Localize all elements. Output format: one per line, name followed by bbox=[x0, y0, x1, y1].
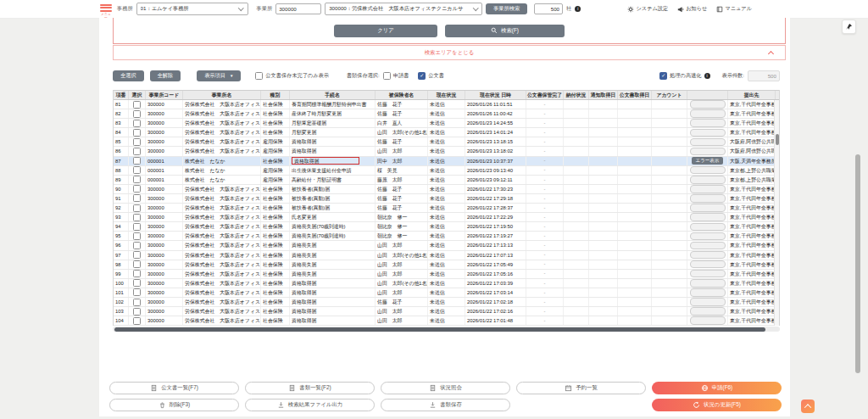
delete-button[interactable]: 削除(F3) bbox=[109, 399, 239, 411]
row-action-button[interactable] bbox=[690, 204, 726, 212]
table-row[interactable]: 81300000労保株式会社 大阪本店オフィステク社会保険養育期間標準報酬月額特… bbox=[114, 100, 779, 109]
row-checkbox[interactable] bbox=[133, 166, 141, 174]
row-checkbox[interactable] bbox=[133, 138, 141, 146]
table-row[interactable]: 93300000労保株式会社 大阪本店オフィステク社会保険氏名変更届朝比奈 修一… bbox=[114, 213, 779, 222]
row-checkbox[interactable] bbox=[133, 279, 141, 287]
scrollbar-thumb[interactable] bbox=[776, 134, 780, 145]
info-icon[interactable] bbox=[704, 73, 710, 79]
row-action-button[interactable] bbox=[690, 288, 726, 297]
establishment-select[interactable]: 300000：労保株式会社 大阪本店オフィステクニカルサ bbox=[325, 3, 482, 15]
row-action-button[interactable] bbox=[690, 298, 726, 306]
pin-button[interactable] bbox=[842, 20, 856, 34]
table-row[interactable]: 104300000労保株式会社 大阪本店オフィステク社会保険資格取得届山田 太郎… bbox=[114, 316, 779, 326]
export-search-results-button[interactable]: 検索結果ファイル出力 bbox=[245, 399, 375, 411]
row-action-button[interactable] bbox=[690, 138, 726, 147]
row-checkbox[interactable] bbox=[133, 288, 141, 296]
table-row[interactable]: 82300000労保株式会社 大阪本店オフィステク社会保険産休終了時月額変更届佐… bbox=[114, 109, 779, 119]
save-documents-button[interactable]: 書類保存 bbox=[381, 399, 510, 411]
row-action-button[interactable] bbox=[690, 307, 726, 316]
display-items-button[interactable]: 表示項目▼ bbox=[197, 70, 241, 81]
row-checkbox[interactable] bbox=[133, 204, 141, 212]
hamburger-menu-icon[interactable]: メニュー bbox=[100, 3, 112, 20]
table-row[interactable]: 100300000労保株式会社 大阪本店オフィステク社会保険資格取得届山田 太郎… bbox=[114, 279, 779, 288]
row-checkbox[interactable] bbox=[133, 308, 141, 316]
table-row[interactable]: 86300000労保株式会社 大阪本店オフィステク雇用保険資格取得届山田 太郎未… bbox=[114, 147, 779, 156]
document-list-button[interactable]: 書類一覧(F2) bbox=[245, 382, 375, 394]
table-row[interactable]: 96300000労保株式会社 大阪本店オフィステク社会保険資格喪失届山田 太郎未… bbox=[114, 241, 779, 250]
clear-button[interactable]: クリア bbox=[334, 25, 437, 37]
row-action-button[interactable] bbox=[690, 129, 726, 137]
search-button[interactable]: 検索(F) bbox=[445, 25, 565, 37]
row-checkbox[interactable] bbox=[133, 270, 141, 277]
row-checkbox[interactable] bbox=[133, 299, 141, 306]
table-row[interactable]: 88000001株式会社 たなか雇用保険出生後休業支援給付金申請桜 美見未送信2… bbox=[114, 166, 779, 176]
table-row[interactable]: 103300000労保株式会社 大阪本店オフィステク社会保険資格取得届山田 太郎… bbox=[114, 307, 779, 316]
row-checkbox[interactable] bbox=[133, 120, 141, 127]
row-action-button[interactable] bbox=[690, 251, 726, 260]
manual-link[interactable]: マニュアル bbox=[716, 5, 752, 13]
application-doc-checkbox[interactable] bbox=[383, 72, 391, 80]
row-action-button[interactable] bbox=[690, 109, 726, 118]
deselect-all-button[interactable]: 全解除 bbox=[150, 70, 181, 81]
row-checkbox[interactable] bbox=[133, 194, 141, 202]
office-select[interactable]: 01：エムケイ事務所 bbox=[136, 3, 248, 15]
error-display-button[interactable]: エラー表示 bbox=[692, 157, 724, 165]
row-action-button[interactable] bbox=[690, 148, 726, 156]
row-action-button[interactable] bbox=[690, 194, 726, 203]
establishment-search-button[interactable]: 事業所検索 bbox=[486, 3, 527, 14]
row-action-button[interactable] bbox=[690, 100, 726, 109]
display-count-input[interactable] bbox=[748, 70, 780, 81]
table-row[interactable]: 99300000労保株式会社 大阪本店オフィステク社会保険資格喪失届山田 太郎未… bbox=[114, 270, 779, 279]
reservation-list-button[interactable]: 予約一覧 bbox=[516, 382, 646, 394]
row-action-button[interactable] bbox=[690, 166, 726, 175]
row-action-button[interactable] bbox=[690, 260, 726, 269]
table-row[interactable]: 92300000労保株式会社 大阪本店オフィステク社会保険被扶養者(異動)届佐藤… bbox=[114, 204, 779, 213]
table-row[interactable]: 98300000労保株式会社 大阪本店オフィステク社会保険資格喪失届山田 太郎未… bbox=[114, 260, 779, 270]
row-action-button[interactable] bbox=[690, 242, 726, 250]
speedup-checkbox[interactable] bbox=[659, 72, 667, 80]
establishment-code-input[interactable] bbox=[275, 3, 321, 14]
scroll-to-top-button[interactable] bbox=[801, 399, 815, 413]
page-scrollbar-thumb[interactable] bbox=[855, 154, 860, 373]
unsaved-only-checkbox[interactable] bbox=[255, 72, 263, 80]
row-action-button[interactable] bbox=[690, 316, 726, 325]
row-checkbox[interactable] bbox=[133, 185, 141, 193]
table-row[interactable]: 85300000労保株式会社 大阪本店オフィステク雇用保険資格取得届佐藤 花子未… bbox=[114, 137, 779, 147]
row-action-button[interactable] bbox=[690, 213, 726, 221]
table-row[interactable]: 101300000労保株式会社 大阪本店オフィステク社会保険資格取得届山田 太郎… bbox=[114, 288, 779, 298]
row-action-button[interactable] bbox=[690, 119, 726, 127]
official-document-list-button[interactable]: 公文書一覧(F7) bbox=[109, 382, 239, 394]
table-row[interactable]: 90300000労保株式会社 大阪本店オフィステク社会保険被扶養者(異動)届佐藤… bbox=[114, 185, 779, 194]
row-action-button[interactable] bbox=[690, 270, 726, 278]
table-row[interactable]: 97300000労保株式会社 大阪本店オフィステク社会保険資格喪失届山田 太郎(… bbox=[114, 251, 779, 260]
table-row[interactable]: 95300000労保株式会社 大阪本店オフィステク社会保険資格喪失届(70歳到達… bbox=[114, 232, 779, 241]
select-all-button[interactable]: 全選択 bbox=[113, 70, 144, 81]
row-action-button[interactable] bbox=[690, 232, 726, 241]
table-row[interactable]: 102300000労保株式会社 大阪本店オフィステク社会保険資格取得届佐藤 花子… bbox=[114, 298, 779, 307]
table-vertical-scrollbar[interactable] bbox=[774, 100, 779, 326]
table-row[interactable]: 89000001株式会社 たなか雇用保険高齢給付・月額証明書藤原 太郎未送信20… bbox=[114, 176, 779, 185]
row-action-button[interactable] bbox=[690, 176, 726, 184]
notifications-link[interactable]: お知らせ bbox=[677, 5, 707, 13]
info-icon[interactable] bbox=[575, 6, 581, 12]
scrollbar-thumb[interactable] bbox=[114, 327, 765, 332]
table-row[interactable]: 83300000労保株式会社 大阪本店オフィステク社会保険月額算定基礎届白井 直… bbox=[114, 119, 779, 128]
row-checkbox[interactable] bbox=[133, 251, 141, 259]
close-search-area-bar[interactable]: 検索エリアをとじる bbox=[113, 45, 786, 60]
row-checkbox[interactable] bbox=[133, 317, 141, 325]
row-checkbox[interactable] bbox=[133, 110, 141, 118]
refresh-status-button[interactable]: 状況の更新(F5) bbox=[652, 399, 782, 411]
system-settings-link[interactable]: システム設定 bbox=[627, 5, 668, 13]
row-checkbox[interactable] bbox=[133, 232, 141, 240]
row-checkbox[interactable] bbox=[133, 214, 141, 221]
row-checkbox[interactable] bbox=[133, 223, 141, 231]
row-checkbox[interactable] bbox=[133, 242, 141, 249]
row-checkbox[interactable] bbox=[133, 260, 141, 268]
row-checkbox[interactable] bbox=[133, 148, 141, 155]
table-row[interactable]: 84300000労保株式会社 大阪本店オフィステク社会保険月額変更届山田 太郎(… bbox=[114, 128, 779, 137]
status-inquiry-button[interactable]: 状況照会 bbox=[381, 382, 510, 394]
table-horizontal-scrollbar[interactable] bbox=[113, 327, 780, 332]
row-action-button[interactable] bbox=[690, 223, 726, 232]
row-checkbox[interactable] bbox=[133, 157, 141, 165]
row-action-button[interactable] bbox=[690, 185, 726, 193]
